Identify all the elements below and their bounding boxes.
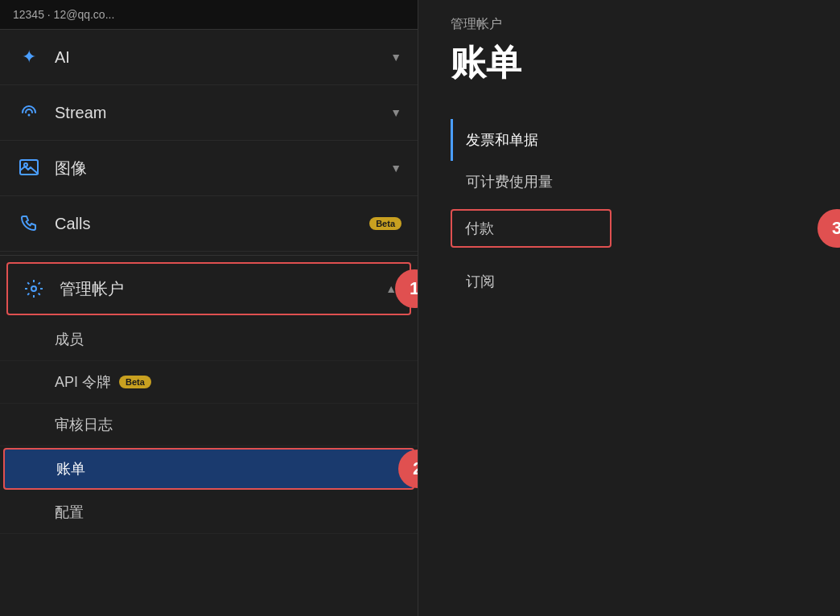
top-bar-text: 12345 · 12@qq.co... [13,8,114,21]
sub-nav-item-invoices-label: 发票和单据 [466,132,538,148]
top-bar: 12345 · 12@qq.co... [0,0,418,30]
api-token-beta-badge: Beta [119,376,151,388]
submenu-item-members-label: 成员 [55,331,84,347]
chevron-down-icon: ▼ [390,162,401,175]
submenu-item-billing[interactable]: 账单 [3,448,414,490]
submenu-item-api-token-label: API 令牌 [55,372,111,392]
sub-nav-item-usage[interactable]: 可计费使用量 [451,161,808,203]
submenu-item-billing-label: 账单 [56,461,85,477]
billing-sub-nav: 发票和单据 可计费使用量 付款 3 订阅 [451,119,808,302]
sidebar-item-manage-account-label: 管理帐户 [60,278,385,300]
ai-icon: ✦ [16,44,42,70]
sidebar-item-stream[interactable]: Stream ▼ [0,85,418,141]
sub-nav-item-subscription[interactable]: 订阅 [451,261,808,302]
submenu-item-members[interactable]: 成员 [0,318,418,361]
stream-icon [16,100,42,125]
settings-icon [21,276,47,302]
annotation-badge-3: 3 [817,209,840,248]
image-icon [16,155,42,181]
sidebar-item-ai[interactable]: ✦ AI ▼ [0,30,418,85]
sidebar-item-image[interactable]: 图像 ▼ [0,141,418,196]
manage-account-submenu: 成员 API 令牌 Beta 审核日志 账单 2 配置 [0,318,418,534]
main-content: 管理帐户 账单 发票和单据 可计费使用量 付款 3 订阅 [418,0,840,616]
calls-icon [16,211,42,236]
chevron-down-icon: ▼ [390,51,401,64]
sub-nav-item-invoices[interactable]: 发票和单据 [451,119,808,161]
sidebar: 12345 · 12@qq.co... ✦ AI ▼ Stream ▼ [0,0,418,616]
submenu-item-audit-log[interactable]: 审核日志 [0,404,418,446]
svg-point-0 [28,114,31,117]
sidebar-item-calls-label: Calls [55,215,361,233]
sidebar-item-image-label: 图像 [55,158,390,179]
submenu-item-config[interactable]: 配置 [0,491,418,534]
sidebar-item-ai-label: AI [55,48,390,67]
page-title: 账单 [451,39,808,87]
breadcrumb: 管理帐户 [451,16,808,33]
sidebar-item-calls[interactable]: Calls Beta [0,196,418,252]
sub-nav-item-payment-label: 付款 [465,220,494,236]
svg-point-3 [31,286,36,291]
sidebar-item-stream-label: Stream [55,104,390,122]
calls-beta-badge: Beta [369,217,401,230]
submenu-item-api-token[interactable]: API 令牌 Beta [0,361,418,404]
sub-nav-item-payment[interactable]: 付款 [451,209,611,248]
submenu-item-config-label: 配置 [55,504,84,520]
chevron-down-icon: ▼ [390,106,401,119]
sub-nav-item-usage-label: 可计费使用量 [466,174,553,190]
sidebar-item-manage-account[interactable]: 管理帐户 ▲ [6,262,411,315]
submenu-item-audit-log-label: 审核日志 [55,417,113,433]
sub-nav-item-subscription-label: 订阅 [466,273,495,290]
